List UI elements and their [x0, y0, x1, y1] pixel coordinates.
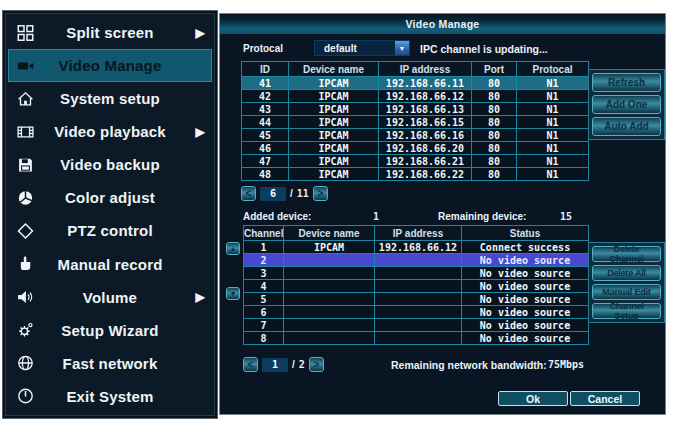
- cell-protocal: N1: [517, 103, 589, 116]
- cell-id: 48: [242, 168, 289, 181]
- cell-channel: 3: [244, 267, 284, 280]
- channel-row[interactable]: 3No video source: [244, 267, 589, 280]
- delete-all-button[interactable]: Delete All: [592, 265, 661, 281]
- channel-row[interactable]: 6No video source: [244, 306, 589, 319]
- cell-ip-address: 192.168.66.22: [379, 168, 472, 181]
- cell-ip-address: [375, 319, 462, 332]
- device-row[interactable]: 41IPCAM192.168.66.1180N1: [242, 77, 589, 90]
- status-message: IPC channel is updating...: [420, 43, 548, 55]
- prev-page-button[interactable]: <: [243, 357, 258, 372]
- video-camera-icon: [17, 57, 34, 74]
- sidebar-item-color-adjust[interactable]: Color adjust: [8, 181, 212, 214]
- prev-page-button[interactable]: <: [241, 186, 256, 201]
- channel-row[interactable]: 5No video source: [244, 293, 589, 306]
- protocol-label: Protocal: [243, 43, 283, 54]
- device-table: IDDevice nameIP addressPortProtocal41IPC…: [241, 61, 589, 181]
- cell-channel: 4: [244, 280, 284, 293]
- video-manage-dialog: Video Manage Protocal default ▼ IPC chan…: [219, 13, 666, 415]
- device-row[interactable]: 42IPCAM192.168.66.1280N1: [242, 90, 589, 103]
- chevron-down-icon[interactable]: ▼: [395, 41, 409, 55]
- sidebar-item-split-screen[interactable]: Split screen▶: [8, 16, 212, 49]
- column-header-port: Port: [472, 62, 517, 77]
- chevron-right-icon: ▶: [196, 26, 205, 40]
- column-header-ip-address: IP address: [379, 62, 472, 77]
- sidebar-item-ptz-control[interactable]: PTZ control: [8, 214, 212, 247]
- sidebar-item-video-playback[interactable]: Video playback▶: [8, 115, 212, 148]
- cell-device-name: [284, 254, 375, 267]
- delete-channel-button[interactable]: Delete Channel: [592, 246, 661, 262]
- bandwidth-value: 75Mbps: [548, 359, 584, 370]
- channel-row[interactable]: 4No video source: [244, 280, 589, 293]
- sidebar-item-label: Setup Wizard: [8, 322, 212, 339]
- gear-icon: [17, 322, 34, 339]
- device-row[interactable]: 47IPCAM192.168.66.2180N1: [242, 155, 589, 168]
- cell-protocal: N1: [517, 116, 589, 129]
- channel-table-pager: < 1 / 2 >: [243, 357, 324, 372]
- protocol-dropdown-value: default: [315, 43, 395, 54]
- cell-protocal: N1: [517, 90, 589, 103]
- cell-port: 80: [472, 77, 517, 90]
- cell-device-name: IPCAM: [289, 116, 379, 129]
- device-header-row: IDDevice nameIP addressPortProtocal: [242, 62, 589, 77]
- remaining-device-label: Remaining device:: [438, 211, 526, 222]
- column-header-id: ID: [242, 62, 289, 77]
- cell-status: No video source: [462, 293, 589, 306]
- total-pages: 11: [297, 188, 309, 199]
- device-row[interactable]: 44IPCAM192.168.66.1580N1: [242, 116, 589, 129]
- cell-id: 41: [242, 77, 289, 90]
- sidebar-item-setup-wizard[interactable]: Setup Wizard: [8, 314, 212, 347]
- page-separator: /: [290, 188, 293, 199]
- cell-channel: 7: [244, 319, 284, 332]
- sidebar-item-fast-network[interactable]: Fast network: [8, 347, 212, 380]
- device-row[interactable]: 43IPCAM192.168.66.1380N1: [242, 103, 589, 116]
- sidebar-item-volume[interactable]: Volume▶: [8, 281, 212, 314]
- added-device-label: Added device:: [243, 211, 311, 222]
- cell-status: No video source: [462, 319, 589, 332]
- add-one-button[interactable]: Add One: [592, 95, 661, 114]
- cell-port: 80: [472, 90, 517, 103]
- home-icon: [17, 90, 34, 107]
- power-icon: [17, 388, 34, 405]
- cell-ip-address: [375, 254, 462, 267]
- page-separator: /: [292, 359, 295, 370]
- channel-setup-button[interactable]: Channel Setup: [592, 303, 661, 319]
- cell-ip-address: 192.168.66.12: [375, 241, 462, 254]
- current-page: 1: [262, 358, 288, 372]
- channel-row[interactable]: 1IPCAM192.168.66.12Connect success: [244, 241, 589, 254]
- auto-add-button[interactable]: Auto Add: [592, 117, 661, 136]
- scroll-down-icon[interactable]: ▼: [226, 287, 240, 300]
- refresh-button[interactable]: Refresh: [592, 73, 661, 92]
- cell-device-name: [284, 293, 375, 306]
- sidebar-item-manual-record[interactable]: Manual record: [8, 248, 212, 281]
- device-row[interactable]: 46IPCAM192.168.66.2080N1: [242, 142, 589, 155]
- column-header-channel: Channel: [244, 226, 284, 241]
- next-page-button[interactable]: >: [313, 186, 328, 201]
- column-header-ip-address: IP address: [375, 226, 462, 241]
- sidebar-item-exit-system[interactable]: Exit System: [8, 380, 212, 413]
- sidebar-item-label: PTZ control: [8, 222, 212, 239]
- sidebar-item-video-manage[interactable]: Video Manage: [8, 49, 212, 82]
- channel-row[interactable]: 7No video source: [244, 319, 589, 332]
- globe-icon: [17, 355, 34, 372]
- channel-row[interactable]: 8No video source: [244, 332, 589, 345]
- hand-icon: [17, 256, 34, 273]
- next-page-button[interactable]: >: [309, 357, 324, 372]
- ok-button[interactable]: Ok: [498, 391, 568, 406]
- cell-device-name: IPCAM: [289, 90, 379, 103]
- scroll-up-icon[interactable]: ▲: [226, 242, 240, 255]
- cell-device-name: [284, 306, 375, 319]
- device-row[interactable]: 48IPCAM192.168.66.2280N1: [242, 168, 589, 181]
- manual-edit-button[interactable]: Manual Edit: [592, 284, 661, 300]
- sidebar-item-video-backup[interactable]: Video backup: [8, 148, 212, 181]
- device-row[interactable]: 45IPCAM192.168.66.1680N1: [242, 129, 589, 142]
- sidebar-item-system-setup[interactable]: System setup: [8, 82, 212, 115]
- cancel-button[interactable]: Cancel: [570, 391, 640, 406]
- bandwidth-label: Remaining network bandwidth:: [391, 359, 547, 371]
- cell-protocal: N1: [517, 77, 589, 90]
- cell-id: 47: [242, 155, 289, 168]
- cell-ip-address: 192.168.66.13: [379, 103, 472, 116]
- channel-row[interactable]: 2No video source: [244, 254, 589, 267]
- current-page: 6: [260, 187, 286, 201]
- protocol-dropdown[interactable]: default ▼: [314, 40, 410, 56]
- device-table-pager: < 6 / 11 >: [241, 186, 328, 201]
